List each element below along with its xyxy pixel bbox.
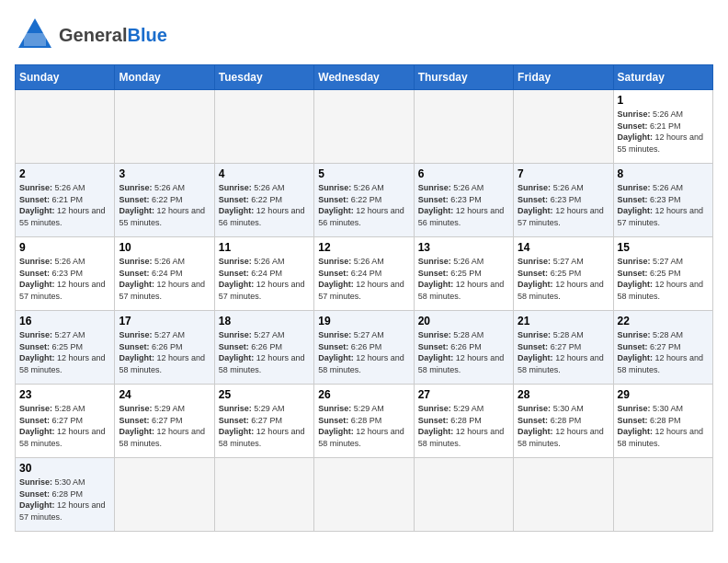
day-number: 18 xyxy=(219,315,310,327)
calendar-day-cell: 10Sunrise: 5:26 AMSunset: 6:24 PMDayligh… xyxy=(115,237,214,311)
calendar-day-cell: 7Sunrise: 5:26 AMSunset: 6:23 PMDaylight… xyxy=(514,164,613,237)
day-info: Sunrise: 5:26 AMSunset: 6:24 PMDaylight:… xyxy=(219,256,310,302)
calendar-day-cell: 15Sunrise: 5:27 AMSunset: 6:25 PMDayligh… xyxy=(613,237,712,311)
day-number: 20 xyxy=(418,315,509,327)
calendar-day-cell: 13Sunrise: 5:26 AMSunset: 6:25 PMDayligh… xyxy=(414,237,513,311)
calendar-day-cell xyxy=(214,458,313,532)
day-number: 21 xyxy=(518,315,609,327)
calendar-day-cell xyxy=(514,458,613,532)
day-info: Sunrise: 5:29 AMSunset: 6:28 PMDaylight:… xyxy=(318,403,409,449)
day-number: 11 xyxy=(219,241,310,254)
day-number: 10 xyxy=(119,241,210,254)
day-number: 15 xyxy=(618,241,709,254)
day-number: 22 xyxy=(618,315,709,327)
calendar-day-cell: 30Sunrise: 5:30 AMSunset: 6:28 PMDayligh… xyxy=(16,458,115,532)
day-info: Sunrise: 5:28 AMSunset: 6:26 PMDaylight:… xyxy=(418,329,509,375)
calendar-day-cell: 8Sunrise: 5:26 AMSunset: 6:23 PMDaylight… xyxy=(613,164,712,237)
calendar-week-row: 23Sunrise: 5:28 AMSunset: 6:27 PMDayligh… xyxy=(16,385,713,458)
weekday-header-thursday: Thursday xyxy=(414,65,513,90)
day-number: 23 xyxy=(19,388,110,401)
day-info: Sunrise: 5:28 AMSunset: 6:27 PMDaylight:… xyxy=(618,329,709,375)
day-number: 9 xyxy=(19,241,110,254)
weekday-header-row: SundayMondayTuesdayWednesdayThursdayFrid… xyxy=(16,65,713,90)
calendar-day-cell: 5Sunrise: 5:26 AMSunset: 6:22 PMDaylight… xyxy=(314,164,414,237)
day-info: Sunrise: 5:28 AMSunset: 6:27 PMDaylight:… xyxy=(518,329,609,375)
day-info: Sunrise: 5:27 AMSunset: 6:26 PMDaylight:… xyxy=(318,329,409,375)
day-info: Sunrise: 5:26 AMSunset: 6:22 PMDaylight:… xyxy=(219,182,310,228)
calendar-day-cell: 18Sunrise: 5:27 AMSunset: 6:26 PMDayligh… xyxy=(214,311,313,385)
day-number: 30 xyxy=(19,462,110,475)
calendar-day-cell: 1Sunrise: 5:26 AMSunset: 6:21 PMDaylight… xyxy=(613,90,712,164)
logo-general-text: GeneralBlue xyxy=(59,25,167,46)
day-number: 26 xyxy=(318,388,409,401)
calendar-day-cell: 11Sunrise: 5:26 AMSunset: 6:24 PMDayligh… xyxy=(214,237,313,311)
calendar-day-cell: 22Sunrise: 5:28 AMSunset: 6:27 PMDayligh… xyxy=(613,311,712,385)
calendar-day-cell: 4Sunrise: 5:26 AMSunset: 6:22 PMDaylight… xyxy=(214,164,313,237)
day-number: 2 xyxy=(19,167,110,180)
day-info: Sunrise: 5:26 AMSunset: 6:22 PMDaylight:… xyxy=(318,182,409,228)
calendar-day-cell: 6Sunrise: 5:26 AMSunset: 6:23 PMDaylight… xyxy=(414,164,513,237)
day-info: Sunrise: 5:26 AMSunset: 6:23 PMDaylight:… xyxy=(418,182,509,228)
day-number: 7 xyxy=(518,167,609,180)
day-info: Sunrise: 5:26 AMSunset: 6:21 PMDaylight:… xyxy=(618,109,709,155)
day-info: Sunrise: 5:28 AMSunset: 6:27 PMDaylight:… xyxy=(19,403,110,449)
day-info: Sunrise: 5:26 AMSunset: 6:25 PMDaylight:… xyxy=(418,256,509,302)
day-info: Sunrise: 5:27 AMSunset: 6:25 PMDaylight:… xyxy=(19,329,110,375)
day-info: Sunrise: 5:26 AMSunset: 6:24 PMDaylight:… xyxy=(119,256,210,302)
calendar-day-cell: 26Sunrise: 5:29 AMSunset: 6:28 PMDayligh… xyxy=(314,385,414,458)
calendar-week-row: 9Sunrise: 5:26 AMSunset: 6:23 PMDaylight… xyxy=(16,237,713,311)
day-info: Sunrise: 5:27 AMSunset: 6:26 PMDaylight:… xyxy=(119,329,210,375)
calendar-day-cell xyxy=(16,90,115,164)
calendar-day-cell: 28Sunrise: 5:30 AMSunset: 6:28 PMDayligh… xyxy=(514,385,613,458)
weekday-header-monday: Monday xyxy=(115,65,214,90)
calendar-day-cell xyxy=(414,90,513,164)
day-info: Sunrise: 5:26 AMSunset: 6:21 PMDaylight:… xyxy=(19,182,110,228)
day-info: Sunrise: 5:30 AMSunset: 6:28 PMDaylight:… xyxy=(518,403,609,449)
day-info: Sunrise: 5:29 AMSunset: 6:27 PMDaylight:… xyxy=(119,403,210,449)
calendar-week-row: 16Sunrise: 5:27 AMSunset: 6:25 PMDayligh… xyxy=(16,311,713,385)
calendar-day-cell: 12Sunrise: 5:26 AMSunset: 6:24 PMDayligh… xyxy=(314,237,414,311)
day-info: Sunrise: 5:30 AMSunset: 6:28 PMDaylight:… xyxy=(19,477,110,523)
weekday-header-sunday: Sunday xyxy=(16,65,115,90)
calendar-day-cell xyxy=(214,90,313,164)
logo-blue-text: Blue xyxy=(127,25,166,45)
day-info: Sunrise: 5:26 AMSunset: 6:22 PMDaylight:… xyxy=(119,182,210,228)
day-info: Sunrise: 5:29 AMSunset: 6:27 PMDaylight:… xyxy=(219,403,310,449)
weekday-header-friday: Friday xyxy=(514,65,613,90)
calendar-day-cell: 21Sunrise: 5:28 AMSunset: 6:27 PMDayligh… xyxy=(514,311,613,385)
day-info: Sunrise: 5:26 AMSunset: 6:24 PMDaylight:… xyxy=(318,256,409,302)
day-number: 19 xyxy=(318,315,409,327)
logo-icon xyxy=(15,15,55,55)
calendar-day-cell xyxy=(115,90,214,164)
calendar-day-cell: 14Sunrise: 5:27 AMSunset: 6:25 PMDayligh… xyxy=(514,237,613,311)
day-number: 24 xyxy=(119,388,210,401)
calendar-day-cell: 19Sunrise: 5:27 AMSunset: 6:26 PMDayligh… xyxy=(314,311,414,385)
day-info: Sunrise: 5:30 AMSunset: 6:28 PMDaylight:… xyxy=(618,403,709,449)
weekday-header-wednesday: Wednesday xyxy=(314,65,414,90)
calendar-day-cell: 29Sunrise: 5:30 AMSunset: 6:28 PMDayligh… xyxy=(613,385,712,458)
calendar-week-row: 30Sunrise: 5:30 AMSunset: 6:28 PMDayligh… xyxy=(16,458,713,532)
day-info: Sunrise: 5:27 AMSunset: 6:26 PMDaylight:… xyxy=(219,329,310,375)
svg-rect-2 xyxy=(24,33,46,46)
calendar-day-cell: 23Sunrise: 5:28 AMSunset: 6:27 PMDayligh… xyxy=(16,385,115,458)
day-number: 16 xyxy=(19,315,110,327)
day-number: 4 xyxy=(219,167,310,180)
calendar-day-cell xyxy=(115,458,214,532)
day-number: 1 xyxy=(618,94,709,107)
day-info: Sunrise: 5:29 AMSunset: 6:28 PMDaylight:… xyxy=(418,403,509,449)
day-number: 14 xyxy=(518,241,609,254)
calendar-day-cell: 25Sunrise: 5:29 AMSunset: 6:27 PMDayligh… xyxy=(214,385,313,458)
day-number: 5 xyxy=(318,167,409,180)
logo: GeneralBlue xyxy=(15,15,167,55)
day-number: 29 xyxy=(618,388,709,401)
calendar-day-cell: 27Sunrise: 5:29 AMSunset: 6:28 PMDayligh… xyxy=(414,385,513,458)
day-number: 12 xyxy=(318,241,409,254)
calendar-day-cell xyxy=(514,90,613,164)
day-number: 6 xyxy=(418,167,509,180)
day-number: 28 xyxy=(518,388,609,401)
day-info: Sunrise: 5:27 AMSunset: 6:25 PMDaylight:… xyxy=(618,256,709,302)
day-info: Sunrise: 5:26 AMSunset: 6:23 PMDaylight:… xyxy=(618,182,709,228)
calendar-day-cell xyxy=(314,458,414,532)
calendar-day-cell xyxy=(613,458,712,532)
day-number: 8 xyxy=(618,167,709,180)
